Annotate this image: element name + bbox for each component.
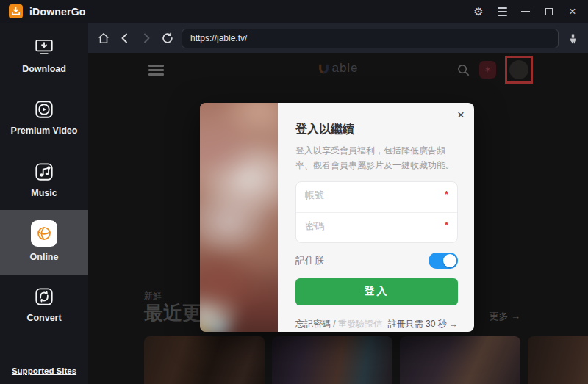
login-button[interactable]: 登入 — [295, 278, 458, 305]
sidebar-item-premium-video[interactable]: Premium Video — [0, 90, 88, 143]
titlebar-controls: ⚙ × — [472, 5, 579, 18]
password-field[interactable]: 密碼 * — [296, 212, 457, 242]
url-input[interactable] — [182, 29, 559, 48]
app-title: iDownerGo — [29, 6, 85, 18]
refresh-icon[interactable] — [160, 31, 175, 46]
forward-icon[interactable] — [139, 31, 154, 46]
menu-icon[interactable] — [495, 5, 509, 18]
forgot-password-link[interactable]: 忘記密碼 — [295, 319, 331, 329]
app-window: iDownerGo ⚙ × Download — [0, 0, 588, 384]
settings-icon[interactable]: ⚙ — [472, 5, 485, 18]
modal-description: 登入以享受會員福利，包括降低廣告頻率、觀看會員專屬影片及一鍵收藏功能。 — [295, 144, 458, 173]
forgot-links: 忘記密碼 / 重發驗證信 — [295, 318, 382, 330]
premium-video-icon — [33, 98, 55, 120]
required-star: * — [445, 189, 448, 200]
convert-icon — [33, 286, 55, 308]
sidebar-item-download[interactable]: Download — [0, 28, 88, 81]
close-button[interactable]: × — [566, 5, 579, 18]
login-form-panel: × 登入以繼續 登入以享受會員福利，包括降低廣告頻率、觀看會員專屬影片及一鍵收藏… — [278, 103, 474, 332]
titlebar-left: iDownerGo — [9, 4, 85, 18]
modal-close-icon[interactable]: × — [457, 109, 465, 121]
remember-me-toggle[interactable] — [429, 253, 458, 269]
titlebar: iDownerGo ⚙ × — [0, 0, 588, 23]
home-icon[interactable] — [96, 31, 111, 46]
browser-toolbar — [88, 23, 588, 53]
register-link[interactable]: 註冊只需 30 秒 → — [388, 318, 458, 330]
webpage-viewport: able ✶ 新鮮 — [88, 53, 588, 384]
modal-title: 登入以繼續 — [295, 122, 458, 137]
modal-links-row: 忘記密碼 / 重發驗證信 註冊只需 30 秒 → — [295, 318, 458, 330]
sidebar: Download Premium Video — [0, 23, 88, 384]
download-icon — [33, 37, 55, 59]
account-placeholder: 帳號 — [305, 189, 324, 202]
online-globe-icon — [31, 220, 57, 247]
sidebar-item-online[interactable]: Online — [0, 210, 88, 275]
required-star: * — [445, 220, 448, 231]
resend-verification-link[interactable]: 重發驗證信 — [338, 319, 382, 329]
sidebar-item-label: Convert — [26, 313, 61, 323]
modal-blurred-image — [200, 103, 278, 332]
password-placeholder: 密碼 — [305, 220, 324, 233]
music-icon — [33, 161, 55, 183]
account-field[interactable]: 帳號 * — [296, 182, 457, 212]
link-separator: / — [333, 319, 335, 329]
minimize-button[interactable] — [519, 5, 532, 18]
sidebar-item-label: Online — [30, 252, 59, 262]
sidebar-item-label: Download — [22, 64, 66, 74]
login-modal: × 登入以繼續 登入以享受會員福利，包括降低廣告頻率、觀看會員專屬影片及一鍵收藏… — [200, 103, 474, 332]
back-icon[interactable] — [118, 31, 132, 46]
maximize-button[interactable] — [542, 5, 556, 18]
clean-brush-icon[interactable] — [565, 31, 580, 46]
app-logo-icon — [9, 4, 23, 18]
remember-me-row: 記住朕 — [295, 253, 458, 269]
sidebar-item-label: Music — [31, 188, 57, 198]
remember-me-label: 記住朕 — [295, 254, 324, 267]
supported-sites-link[interactable]: Supported Sites — [0, 366, 88, 375]
sidebar-item-convert[interactable]: Convert — [0, 277, 88, 330]
sidebar-item-music[interactable]: Music — [0, 152, 88, 206]
credentials-card: 帳號 * 密碼 * — [295, 181, 458, 243]
sidebar-item-label: Premium Video — [11, 126, 78, 136]
